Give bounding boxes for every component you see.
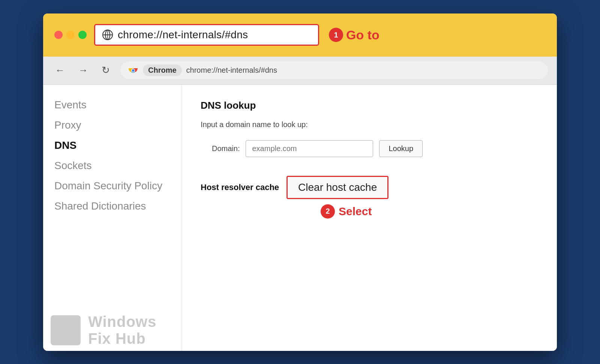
select-badge-number: 2 — [321, 204, 335, 219]
sidebar-item-sockets[interactable]: Sockets — [54, 157, 170, 175]
globe-icon — [102, 29, 113, 40]
lookup-button[interactable]: Lookup — [379, 140, 423, 157]
svg-point-6 — [132, 69, 135, 72]
title-url-text: chrome://net-internals/#dns — [118, 29, 248, 41]
sidebar-item-domain-security-policy[interactable]: Domain Security Policy — [54, 177, 170, 195]
minimize-button[interactable] — [66, 31, 75, 39]
sidebar-item-shared-dictionaries[interactable]: Shared Dictionaries — [54, 197, 170, 215]
domain-row: Domain: Lookup — [212, 140, 538, 157]
watermark-text: Windows Fix Hub — [88, 313, 174, 347]
host-resolver-row: Host resolver cache Clear host cache — [201, 176, 538, 199]
sidebar: Events Proxy DNS Sockets Domain Security… — [43, 85, 182, 351]
clear-host-cache-button[interactable]: Clear host cache — [286, 176, 388, 199]
content-area: Events Proxy DNS Sockets Domain Security… — [43, 85, 557, 351]
domain-input[interactable] — [246, 140, 373, 157]
goto-badge: 1 Go to — [329, 28, 380, 42]
back-button[interactable]: ← — [52, 63, 68, 78]
sidebar-item-events[interactable]: Events — [54, 96, 170, 114]
goto-badge-number: 1 — [329, 28, 343, 42]
maximize-button[interactable] — [78, 31, 87, 39]
host-resolver-label: Host resolver cache — [201, 183, 279, 192]
nav-bar: ← → ↻ Chrome chrome://net-internals/#dns — [43, 57, 557, 85]
watermark: Windows Fix Hub — [43, 310, 182, 351]
main-content: DNS lookup Input a domain name to look u… — [182, 85, 557, 351]
chrome-label: Chrome — [143, 64, 182, 76]
goto-label: Go to — [346, 28, 380, 42]
sidebar-item-dns[interactable]: DNS — [54, 136, 170, 154]
chrome-icon — [128, 65, 138, 76]
sidebar-item-proxy[interactable]: Proxy — [54, 116, 170, 134]
address-bar-wrapper: chrome://net-internals/#dns 1 Go to — [94, 24, 546, 46]
close-button[interactable] — [54, 31, 63, 39]
watermark-icon — [51, 315, 81, 345]
select-badge-row: 2 Select — [321, 204, 538, 219]
select-label: Select — [339, 205, 372, 218]
nav-url-text: chrome://net-internals/#dns — [186, 66, 277, 75]
domain-label: Domain: — [212, 144, 240, 153]
dns-lookup-desc: Input a domain name to look up: — [201, 120, 538, 129]
forward-button[interactable]: → — [75, 63, 91, 78]
browser-window: chrome://net-internals/#dns 1 Go to ← → … — [43, 13, 557, 351]
title-address-bar[interactable]: chrome://net-internals/#dns — [94, 24, 319, 46]
dns-lookup-title: DNS lookup — [201, 100, 538, 111]
title-bar: chrome://net-internals/#dns 1 Go to — [43, 13, 557, 57]
refresh-button[interactable]: ↻ — [99, 63, 113, 78]
nav-url-bar[interactable]: Chrome chrome://net-internals/#dns — [120, 61, 548, 79]
traffic-lights — [54, 31, 87, 39]
